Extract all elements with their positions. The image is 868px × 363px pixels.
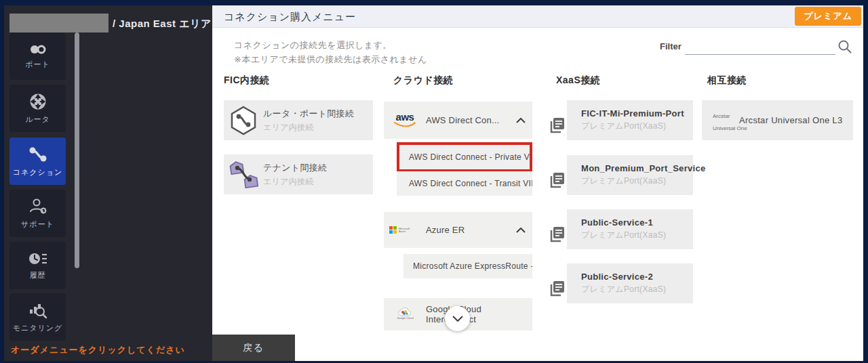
modal-title: コネクション購入メニュー: [224, 11, 356, 24]
option-aws-private-vif-highlighted[interactable]: AWS Direct Connect - Private VIF: [397, 142, 532, 172]
chevron-up-icon[interactable]: [509, 118, 532, 123]
card-tenant-connection[interactable]: テナント間接続 エリア内接続: [224, 154, 373, 194]
monitoring-chart-magnifier-icon: [28, 301, 48, 319]
sidebar-item-label: 履歴: [30, 270, 46, 280]
search-icon[interactable]: [837, 39, 852, 54]
group-label: Azure ER: [426, 225, 509, 235]
option-label: AWS Direct Connect - Transit VIF: [397, 179, 532, 188]
option-azure-expressroute-private[interactable]: Microsoft Azure ExpressRoute - Priv...: [403, 254, 532, 278]
aws-logo: aws: [384, 113, 426, 127]
left-app-panel: / Japan East エリア ポート ルータ: [4, 5, 212, 361]
xaas-port-icon: [547, 171, 566, 190]
hexagon-connection-icon: [224, 105, 263, 136]
card-xaas-service[interactable]: Public-Service-1 プレミアムPort(XaaS): [567, 209, 693, 249]
router-icon: [29, 93, 47, 110]
intro-line-2: ※本エリアで未提供の接続先は表示されません: [234, 52, 427, 66]
connection-icon: [28, 146, 48, 163]
card-subtitle: プレミアムPort(XaaS): [581, 121, 693, 132]
sidebar-item-label: コネクション: [13, 167, 63, 177]
sidebar-item-label: サポート: [21, 219, 54, 230]
card-xaas-service[interactable]: Mon_Premium_Port_Service プレミアムPort(XaaS): [567, 155, 693, 195]
option-label: AWS Direct Connect - Private VIF: [399, 152, 530, 162]
chevron-down-icon: [452, 316, 463, 322]
xaas-port-icon: [547, 279, 566, 298]
azure-logo: Microsoft Azure: [384, 225, 426, 236]
filter-label: Filter: [660, 41, 682, 51]
card-router-port-connection[interactable]: ルータ・ポート間接続 エリア内接続: [224, 100, 373, 140]
sidebar-item-label: ポート: [25, 60, 50, 70]
card-xaas-service[interactable]: Public-Service-2 プレミアムPort(XaaS): [567, 263, 693, 303]
premium-button[interactable]: プレミアム: [795, 7, 861, 26]
card-xaas-service[interactable]: FIC-IT-Mi-Premium-Port プレミアムPort(XaaS): [567, 100, 693, 140]
chevron-up-icon[interactable]: [509, 228, 532, 233]
breadcrumb: / Japan East エリア: [113, 18, 212, 30]
sidebar-item-label: ルータ: [25, 114, 50, 125]
arcstar-logo: Arcstar Universal One: [702, 108, 739, 133]
sidebar-item-connection[interactable]: コネクション: [9, 137, 66, 185]
column-header-mutual: 相互接続: [707, 74, 747, 87]
sidebar-item-history[interactable]: 履歴: [9, 242, 66, 289]
order-menu-hint: オーダメニューをクリックしてください: [11, 344, 185, 356]
sidebar-item-port[interactable]: ポート: [9, 33, 66, 80]
group-azure-er[interactable]: Microsoft Azure Azure ER: [384, 212, 532, 248]
history-clock-icon: [28, 251, 47, 266]
xaas-port-icon: [547, 116, 566, 135]
sidebar-item-label: モニタリング: [13, 323, 63, 333]
card-title: FIC-IT-Mi-Premium-Port: [581, 108, 693, 119]
group-label: AWS Direct Con...: [426, 115, 509, 125]
card-title: Public-Service-2: [581, 272, 693, 282]
modal-header: コネクション購入メニュー: [212, 5, 863, 28]
card-title: Arcstar Universal One L3: [739, 115, 842, 125]
connection-purchase-modal: コネクション購入メニュー プレミアム コネクションの接続先を選択します。 ※本エ…: [212, 5, 863, 361]
card-title: Public-Service-1: [581, 217, 693, 228]
card-title: ルータ・ポート間接続: [263, 108, 354, 120]
column-header-cloud: クラウド接続: [393, 74, 453, 87]
card-subtitle: プレミアムPort(XaaS): [581, 175, 693, 187]
xaas-port-icon: [547, 225, 566, 244]
support-person-gear-icon: [28, 198, 48, 215]
column-header-fic: FIC内接続: [224, 74, 270, 87]
sidebar-item-support[interactable]: サポート: [9, 190, 66, 237]
google-cloud-logo: Google Cloud: [384, 307, 426, 322]
scroll-down-button[interactable]: [445, 306, 470, 331]
scrollbar-thumb[interactable]: [75, 33, 79, 268]
tenant-name-redacted: [9, 14, 108, 33]
card-title: Mon_Premium_Port_Service: [581, 163, 693, 173]
sidebar-item-router[interactable]: ルータ: [9, 85, 66, 132]
port-icon: [28, 43, 48, 56]
group-aws-direct-connect[interactable]: aws AWS Direct Con...: [384, 102, 532, 139]
filter-input[interactable]: [685, 39, 835, 55]
column-header-xaas: XaaS接続: [556, 74, 600, 87]
tenant-connection-icon: [224, 159, 263, 190]
card-arcstar-universal-one-l3[interactable]: Arcstar Universal One Arcstar Universal …: [702, 100, 853, 140]
card-title: テナント間接続: [263, 162, 327, 174]
option-label: Microsoft Azure ExpressRoute - Priv...: [403, 261, 532, 271]
card-subtitle: エリア内接続: [263, 176, 327, 188]
sidebar-item-monitoring[interactable]: モニタリング: [9, 293, 66, 341]
card-subtitle: エリア内接続: [263, 122, 354, 133]
option-aws-transit-vif[interactable]: AWS Direct Connect - Transit VIF: [397, 171, 532, 196]
back-button[interactable]: 戻る: [212, 335, 295, 361]
card-subtitle: プレミアムPort(XaaS): [581, 230, 693, 241]
intro-line-1: コネクションの接続先を選択します。: [234, 38, 427, 52]
intro-text: コネクションの接続先を選択します。 ※本エリアで未提供の接続先は表示されません: [234, 38, 427, 66]
card-subtitle: プレミアムPort(XaaS): [581, 284, 693, 295]
